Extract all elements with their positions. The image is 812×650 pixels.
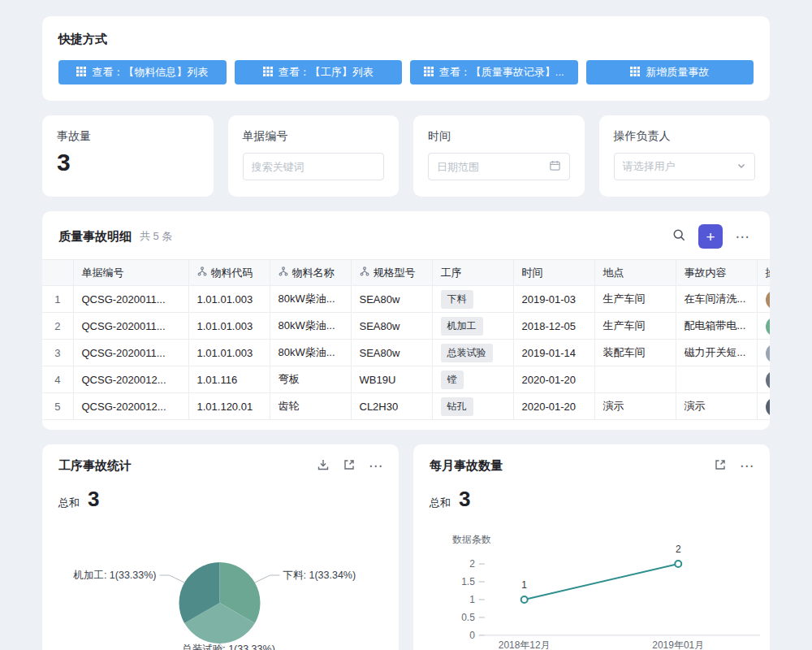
table-more-button[interactable]: ⋯ bbox=[731, 225, 754, 248]
cell-place bbox=[594, 366, 676, 393]
cell-content: 配电箱带电... bbox=[676, 313, 757, 340]
cell-doc: QCSG-2020012... bbox=[73, 366, 188, 393]
pie-label-bottom: 总装试验: 1(33.33%) bbox=[181, 644, 275, 650]
point-label: 1 bbox=[521, 579, 527, 591]
y-tick-label: 2 bbox=[469, 558, 475, 570]
col-material-name[interactable]: 物料名称 bbox=[270, 260, 351, 286]
process-tag: 下料 bbox=[441, 290, 473, 309]
cell-place: 演示 bbox=[594, 393, 676, 420]
ellipsis-icon: ⋯ bbox=[740, 457, 754, 474]
y-tick-label: 1 bbox=[469, 594, 475, 605]
date-range-input[interactable] bbox=[437, 161, 542, 173]
cell-spec: SEA80w bbox=[351, 286, 432, 313]
doc-number-input-wrap bbox=[243, 153, 385, 180]
doc-number-filter-card: 单据编号 bbox=[228, 115, 400, 197]
expand-button[interactable] bbox=[714, 458, 727, 474]
col-doc-number[interactable]: 单据编号 bbox=[73, 260, 188, 286]
line-more-button[interactable]: ⋯ bbox=[740, 457, 754, 474]
cell-time: 2018-12-05 bbox=[513, 313, 594, 340]
grid-icon bbox=[630, 67, 640, 79]
add-record-button[interactable]: + bbox=[698, 224, 723, 249]
line-card-title: 每月事故数量 bbox=[430, 458, 701, 474]
expand-icon bbox=[714, 458, 727, 474]
table-row[interactable]: 4 QCSG-2020012... 1.01.116 弯板 WB19U 镗 20… bbox=[42, 366, 770, 393]
cell-code: 1.01.120.01 bbox=[188, 393, 270, 420]
add-quality-accident-button[interactable]: 新增质量事故 bbox=[586, 60, 754, 84]
pie-more-button[interactable]: ⋯ bbox=[369, 457, 382, 474]
search-icon bbox=[672, 228, 686, 245]
doc-number-search-input[interactable] bbox=[252, 161, 376, 173]
cell-code: 1.01.116 bbox=[188, 366, 270, 393]
cell-doc: QCSG-2020011... bbox=[73, 340, 188, 366]
time-filter-label: 时间 bbox=[428, 128, 570, 143]
avatar bbox=[766, 317, 771, 336]
col-process[interactable]: 工序 bbox=[432, 260, 513, 286]
process-tag: 镗 bbox=[441, 370, 464, 389]
user-select[interactable]: 请选择用户 bbox=[614, 153, 756, 180]
cell-place: 生产车间 bbox=[594, 313, 676, 340]
col-label: 工序 bbox=[441, 266, 462, 279]
view-material-list-button[interactable]: 查看：【物料信息】列表 bbox=[58, 60, 227, 84]
x-tick-label: 2018年12月 bbox=[499, 639, 551, 650]
linked-field-icon bbox=[279, 266, 288, 279]
operator-filter-label: 操作负责人 bbox=[614, 128, 756, 143]
button-label: 查看：【物料信息】列表 bbox=[92, 65, 208, 80]
cell-code: 1.01.01.003 bbox=[188, 313, 270, 340]
expand-button[interactable] bbox=[343, 458, 356, 474]
row-number: 1 bbox=[42, 286, 73, 313]
filters-row: 事故量 3 单据编号 时间 操作负责人 请选择用户 bbox=[42, 115, 770, 197]
cell-spec: SEA80w bbox=[351, 313, 432, 340]
cell-operator bbox=[757, 313, 770, 340]
cell-time: 2019-01-14 bbox=[513, 340, 594, 366]
cell-doc: QCSG-2020012... bbox=[73, 393, 188, 420]
view-quality-records-button[interactable]: 查看：【质量事故记录】... bbox=[410, 60, 578, 84]
process-tag: 钻孔 bbox=[441, 397, 473, 416]
line-total-label: 总和 bbox=[430, 496, 451, 510]
linked-field-icon bbox=[360, 266, 369, 279]
cell-process: 钻孔 bbox=[432, 393, 513, 420]
accident-detail-card: 质量事故明细 共 5 条 + ⋯ 单据编号 bbox=[42, 211, 770, 430]
linked-field-icon bbox=[197, 266, 207, 279]
grid-icon bbox=[263, 67, 273, 79]
table-record-count: 共 5 条 bbox=[140, 229, 172, 244]
y-tick-label: 0.5 bbox=[461, 612, 475, 623]
cell-operator bbox=[757, 286, 770, 313]
callout-line-right bbox=[255, 575, 280, 583]
avatar bbox=[766, 370, 771, 390]
cell-place: 装配车间 bbox=[594, 340, 676, 366]
data-point bbox=[675, 561, 681, 567]
col-label: 规格型号 bbox=[374, 266, 416, 280]
view-process-list-button[interactable]: 查看：【工序】列表 bbox=[235, 60, 403, 84]
cell-operator bbox=[757, 340, 770, 366]
col-place[interactable]: 地点 bbox=[594, 260, 676, 286]
col-spec-model[interactable]: 规格型号 bbox=[351, 260, 432, 286]
doc-number-label: 单据编号 bbox=[243, 128, 385, 143]
line-card-header: 每月事故数量 ⋯ bbox=[413, 457, 770, 474]
cell-name: 齿轮 bbox=[270, 393, 351, 420]
col-time[interactable]: 时间 bbox=[513, 260, 594, 286]
avatar bbox=[766, 290, 771, 310]
table-row[interactable]: 1 QCSG-2020011... 1.01.01.003 80kW柴油... … bbox=[42, 286, 770, 313]
col-label: 时间 bbox=[522, 266, 543, 279]
col-label: 操作负责人 bbox=[766, 266, 771, 279]
table-row[interactable]: 3 QCSG-2020011... 1.01.01.003 80kW柴油... … bbox=[42, 340, 770, 366]
table-row[interactable]: 5 QCSG-2020012... 1.01.120.01 齿轮 CL2H30 … bbox=[42, 393, 770, 420]
shortcuts-title: 快捷方式 bbox=[58, 31, 754, 47]
line-chart: 数据条数 2 1.5 1 0.5 0 1 2 2018年12月 2019年01月 bbox=[413, 517, 770, 650]
date-range-input-wrap bbox=[428, 153, 570, 180]
download-button[interactable] bbox=[317, 458, 330, 474]
shortcuts-card: 快捷方式 查看：【物料信息】列表 查看：【工序】列表 查看：【质量事故记录】..… bbox=[42, 16, 770, 101]
cell-doc: QCSG-2020011... bbox=[73, 286, 188, 313]
plus-icon: + bbox=[706, 229, 715, 245]
pie-label-right: 下料: 1(33.34%) bbox=[283, 570, 356, 581]
col-material-code[interactable]: 物料代码 bbox=[188, 260, 270, 286]
search-button[interactable] bbox=[667, 225, 690, 248]
col-operator[interactable]: 操作负责人 bbox=[757, 260, 770, 286]
col-content[interactable]: 事故内容 bbox=[676, 260, 757, 286]
cell-operator bbox=[757, 393, 770, 420]
cell-name: 80kW柴油... bbox=[270, 340, 351, 366]
x-tick-label: 2019年01月 bbox=[652, 639, 704, 650]
pie-card-title: 工序事故统计 bbox=[58, 458, 304, 474]
table-row[interactable]: 2 QCSG-2020011... 1.01.01.003 80kW柴油... … bbox=[42, 313, 770, 340]
line-total-value: 3 bbox=[459, 488, 470, 510]
